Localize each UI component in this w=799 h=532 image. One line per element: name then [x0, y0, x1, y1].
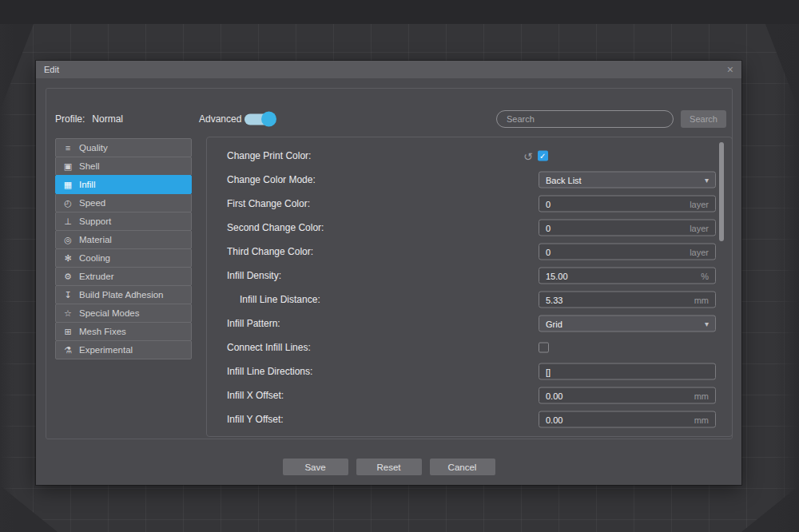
setting-label: Change Print Color: [227, 150, 311, 161]
setting-label: Infill Density: [227, 270, 281, 281]
chevron-down-icon: ▾ [705, 320, 709, 328]
sidebar-item-experimental[interactable]: ⚗ Experimental [55, 340, 192, 359]
infill-pattern-dropdown[interactable]: Grid ▾ [539, 316, 716, 332]
sidebar-item-shell[interactable]: ▣ Shell [55, 157, 192, 176]
sidebar-item-label: Build Plate Adhesion [79, 290, 164, 300]
scrollbar-thumb[interactable] [719, 142, 724, 241]
reset-button[interactable]: Reset [356, 459, 422, 475]
setting-label: Infill Line Directions: [227, 366, 312, 377]
field-unit: layer [690, 223, 709, 232]
setting-label: Infill Line Distance: [240, 294, 320, 305]
build-plate-adhesion-icon: ↧ [62, 290, 74, 300]
special-modes-icon: ☆ [62, 308, 74, 319]
setting-label: Infill Pattern: [227, 318, 280, 329]
dialog-titlebar[interactable]: Edit × [36, 61, 741, 78]
check-icon: ✓ [539, 152, 546, 161]
infill-line-distance-input[interactable]: 5.33 mm [539, 292, 716, 308]
search-input[interactable] [496, 110, 674, 128]
sidebar-item-speed[interactable]: ◴ Speed [55, 193, 192, 212]
sidebar-item-label: Extruder [79, 272, 113, 281]
viewport-left-wall [0, 24, 14, 532]
edit-dialog: Edit × Profile:Normal Advanced Search [36, 61, 741, 485]
settings-sidebar: ≡ Quality ▣ Shell ▦ Infill ◴ Speed ⊥ S [55, 138, 192, 359]
field-value: 0 [546, 223, 551, 232]
setting-row-infill-y-offset: Infill Y Offset: 0.00 mm [207, 407, 732, 431]
dialog-content-panel: Profile:Normal Advanced Search ≡ Quality… [46, 88, 733, 439]
dialog-footer: Save Reset Cancel [36, 459, 741, 475]
setting-row-infill-density: Infill Density: 15.00 % [207, 264, 732, 288]
sidebar-item-support[interactable]: ⊥ Support [55, 212, 192, 231]
setting-label: Connect Infill Lines: [227, 342, 311, 353]
extruder-icon: ⚙ [62, 272, 74, 282]
infill-x-offset-input[interactable]: 0.00 mm [539, 387, 716, 404]
field-value: 0.00 [546, 391, 562, 400]
setting-row-second-change-color: Second Change Color: 0 layer [207, 216, 732, 240]
sidebar-item-label: Shell [79, 161, 100, 171]
sidebar-item-infill[interactable]: ▦ Infill [55, 175, 192, 194]
field-unit: layer [690, 199, 709, 208]
setting-row-change-print-color: Change Print Color: ↺ ✓ [207, 144, 732, 168]
dialog-header-row: Profile:Normal Advanced Search [46, 109, 732, 129]
setting-label: Second Change Color: [227, 222, 324, 233]
first-change-color-input[interactable]: 0 layer [539, 196, 716, 212]
reset-icon[interactable]: ↺ [523, 150, 533, 161]
sidebar-item-special-modes[interactable]: ☆ Special Modes [55, 304, 192, 323]
sidebar-item-build-plate-adhesion[interactable]: ↧ Build Plate Adhesion [55, 285, 192, 304]
infill-line-directions-input[interactable]: [] [539, 363, 716, 380]
field-value: 15.00 [546, 271, 568, 280]
settings-panel: Change Print Color: ↺ ✓ Change Color Mod… [206, 137, 733, 437]
sidebar-item-cooling[interactable]: ✻ Cooling [55, 248, 192, 268]
field-value: [] [546, 367, 551, 376]
search-button[interactable]: Search [681, 110, 726, 128]
second-change-color-input[interactable]: 0 layer [539, 220, 716, 236]
speed-icon: ◴ [62, 198, 74, 208]
setting-row-connect-infill-lines: Connect Infill Lines: [207, 335, 732, 359]
sidebar-item-label: Material [79, 235, 112, 244]
change-color-mode-dropdown[interactable]: Back List ▾ [539, 172, 716, 189]
advanced-toggle[interactable] [244, 112, 278, 127]
setting-row-infill-line-directions: Infill Line Directions: [] [207, 359, 732, 383]
third-change-color-input[interactable]: 0 layer [539, 244, 716, 260]
toggle-knob [261, 112, 276, 127]
connect-infill-lines-checkbox[interactable] [539, 343, 549, 353]
sidebar-item-quality[interactable]: ≡ Quality [55, 138, 192, 157]
infill-density-input[interactable]: 15.00 % [539, 268, 716, 284]
setting-row-change-color-mode: Change Color Mode: Back List ▾ [207, 168, 732, 192]
setting-row-infill-line-distance: Infill Line Distance: 5.33 mm [207, 288, 732, 312]
cooling-icon: ✻ [62, 253, 74, 264]
setting-label: Third Change Color: [227, 246, 313, 257]
setting-label: Infill X Offset: [227, 390, 284, 401]
viewport-right-wall [775, 24, 799, 532]
field-value: 0.00 [546, 415, 562, 424]
sidebar-item-mesh-fixes[interactable]: ⊞ Mesh Fixes [55, 322, 192, 341]
settings-rows: Change Print Color: ↺ ✓ Change Color Mod… [207, 137, 732, 436]
change-print-color-checkbox[interactable]: ✓ [538, 151, 548, 161]
support-icon: ⊥ [62, 216, 74, 227]
setting-row-first-change-color: First Change Color: 0 layer [207, 192, 732, 216]
sidebar-item-label: Quality [79, 143, 108, 153]
experimental-icon: ⚗ [62, 345, 74, 355]
advanced-label: Advanced [199, 113, 241, 125]
setting-label: First Change Color: [227, 198, 310, 209]
mesh-fixes-icon: ⊞ [62, 327, 74, 337]
sidebar-item-material[interactable]: ◎ Material [55, 230, 192, 249]
chevron-down-icon: ▾ [705, 176, 709, 185]
sidebar-item-label: Infill [79, 180, 95, 189]
profile-value: Normal [92, 113, 123, 125]
setting-row-third-change-color: Third Change Color: 0 layer [207, 240, 732, 264]
sidebar-item-label: Special Modes [79, 308, 139, 318]
close-icon[interactable]: × [727, 64, 733, 75]
sidebar-item-extruder[interactable]: ⚙ Extruder [55, 267, 192, 286]
field-unit: mm [694, 295, 709, 304]
setting-row-infill-pattern: Infill Pattern: Grid ▾ [207, 312, 732, 335]
field-unit: mm [694, 391, 709, 400]
cancel-button[interactable]: Cancel [430, 459, 495, 475]
field-unit: mm [694, 415, 709, 424]
infill-y-offset-input[interactable]: 0.00 mm [539, 411, 716, 428]
field-value: 5.33 [546, 295, 562, 304]
save-button[interactable]: Save [283, 459, 348, 475]
field-unit: % [701, 271, 709, 280]
dialog-title: Edit [44, 65, 59, 74]
setting-row-infill-x-offset: Infill X Offset: 0.00 mm [207, 383, 732, 407]
material-icon: ◎ [62, 235, 74, 245]
